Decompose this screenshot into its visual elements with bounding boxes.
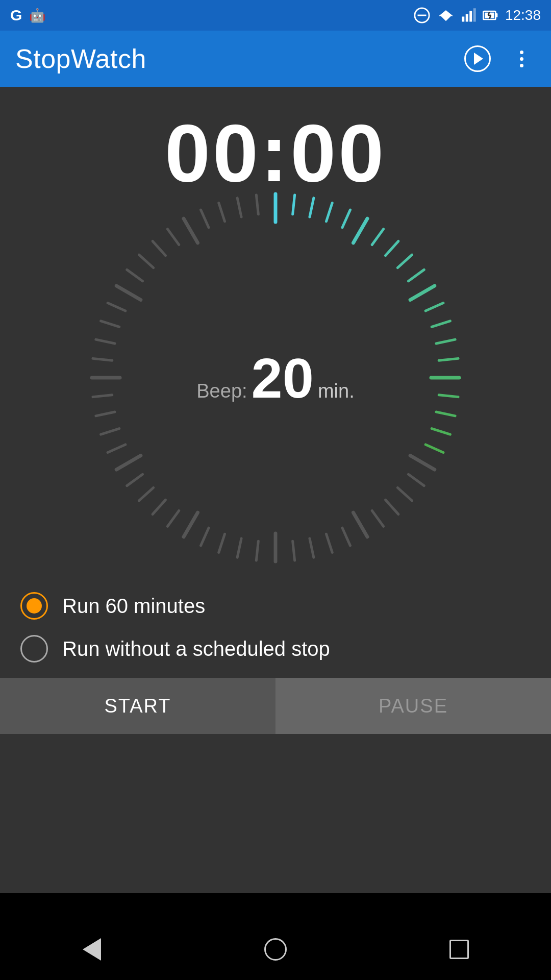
dial-container[interactable]: Beep: 20 min. [77, 179, 474, 577]
svg-rect-4 [466, 14, 468, 22]
home-icon [264, 938, 287, 961]
app-bar-actions [463, 44, 536, 73]
svg-rect-8 [495, 13, 497, 17]
svg-rect-5 [469, 11, 472, 21]
option-60min[interactable]: Run 60 minutes [20, 592, 531, 620]
beep-label: Beep: 20 min. [196, 346, 354, 410]
home-button[interactable] [255, 929, 296, 970]
radio-60min-circle[interactable] [20, 592, 48, 620]
recents-button[interactable] [439, 929, 480, 970]
play-circle-icon [464, 45, 491, 72]
wifi-icon [437, 7, 455, 24]
more-dots-icon [520, 51, 523, 67]
battery-icon [483, 7, 499, 24]
beep-unit: min. [318, 380, 355, 402]
do-not-disturb-icon [413, 7, 431, 24]
option-no-stop[interactable]: Run without a scheduled stop [20, 635, 531, 663]
clock-time: 12:38 [505, 7, 541, 23]
dot-1 [520, 51, 523, 54]
play-triangle-icon [474, 53, 483, 65]
nav-bar [0, 919, 551, 980]
dot-2 [520, 57, 523, 61]
svg-rect-3 [462, 17, 464, 22]
radio-no-stop-circle[interactable] [20, 635, 48, 663]
recents-icon [449, 940, 469, 959]
start-button[interactable]: START [0, 678, 276, 734]
main-content: 00:00 Beep: 20 min. Run 60 minutes Run w… [0, 87, 551, 893]
beep-number: 20 [252, 346, 314, 410]
google-icon: G [10, 7, 22, 24]
option-no-stop-label: Run without a scheduled stop [62, 638, 330, 660]
back-icon [83, 938, 101, 961]
status-bar-left: G 🤖 [10, 7, 45, 24]
options-section: Run 60 minutes Run without a scheduled s… [0, 577, 551, 668]
app-title: StopWatch [15, 43, 146, 74]
svg-rect-6 [473, 8, 476, 21]
status-bar: G 🤖 12:38 [0, 0, 551, 31]
pause-button[interactable]: PAUSE [276, 678, 551, 734]
signal-icon [461, 7, 477, 24]
back-button[interactable] [71, 929, 112, 970]
more-options-button[interactable] [507, 44, 536, 73]
radio-60min-inner [27, 598, 42, 614]
beep-text: Beep: [196, 380, 247, 402]
option-60min-label: Run 60 minutes [62, 595, 205, 618]
android-icon: 🤖 [29, 8, 45, 23]
buttons-row: START PAUSE [0, 678, 551, 734]
play-button[interactable] [463, 44, 492, 73]
status-bar-right: 12:38 [413, 7, 541, 24]
svg-marker-2 [439, 10, 453, 21]
app-bar: StopWatch [0, 31, 551, 87]
dot-3 [520, 64, 523, 67]
